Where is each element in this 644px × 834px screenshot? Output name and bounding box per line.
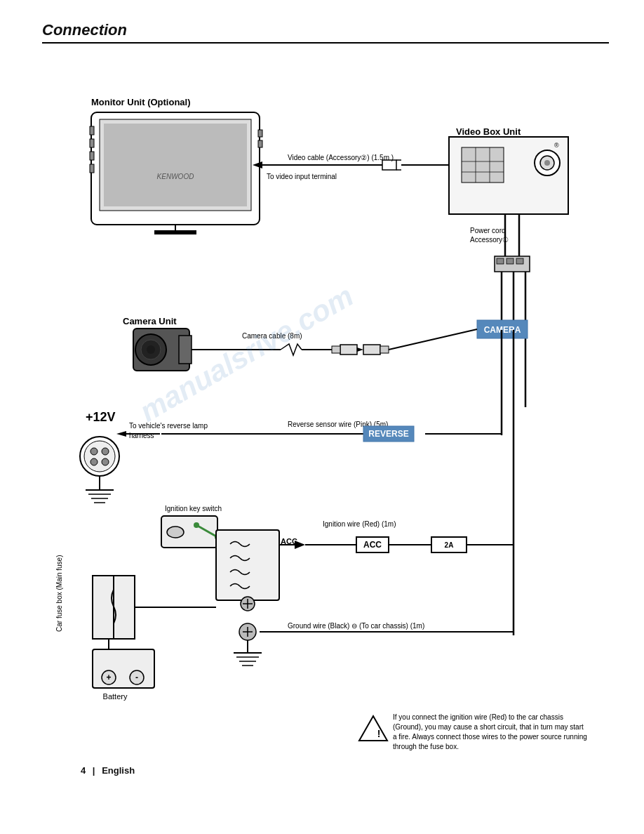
svg-text:Video cable (Accessory②) (1.5m: Video cable (Accessory②) (1.5m ) <box>288 154 394 161</box>
page: Connection manualsrive.com KENWOOD <box>0 0 644 834</box>
svg-text:Ignition wire (Red) (1m): Ignition wire (Red) (1m) <box>323 520 396 528</box>
svg-text:+: + <box>106 673 111 682</box>
svg-text:Video Box Unit: Video Box Unit <box>456 126 521 137</box>
svg-text:Ground wire (Black) ⊖ (To car : Ground wire (Black) ⊖ (To car chassis) (… <box>288 622 424 630</box>
svg-text:-: - <box>135 673 138 682</box>
page-number: 4 <box>81 765 86 776</box>
footer-separator: | <box>93 765 95 776</box>
svg-rect-53 <box>340 345 357 355</box>
svg-marker-13 <box>253 161 262 168</box>
footer: 4 | English <box>81 765 135 776</box>
svg-text:ACC: ACC <box>363 540 382 550</box>
svg-marker-61 <box>116 431 126 437</box>
svg-text:Camera cable (8m): Camera cable (8m) <box>242 332 302 340</box>
svg-text:®: ® <box>554 142 559 149</box>
svg-rect-54 <box>332 346 340 353</box>
svg-text:Power cord: Power cord <box>470 227 506 234</box>
svg-text:Ignition key switch: Ignition key switch <box>165 505 222 512</box>
svg-rect-106 <box>93 649 154 688</box>
svg-point-47 <box>147 345 155 354</box>
header-line <box>42 42 609 44</box>
svg-text:+12V: +12V <box>86 410 116 424</box>
svg-point-84 <box>167 527 184 538</box>
svg-point-66 <box>90 448 98 455</box>
svg-rect-6 <box>90 152 94 160</box>
svg-text:Car fuse box (Main fuse): Car fuse box (Main fuse) <box>55 555 63 633</box>
svg-rect-35 <box>507 258 514 264</box>
monitor-unit-label: Monitor Unit (Optional) <box>91 97 191 107</box>
svg-point-67 <box>102 448 109 455</box>
svg-point-69 <box>102 458 109 465</box>
svg-text:harness: harness <box>129 432 154 439</box>
footer-language: English <box>102 765 135 776</box>
svg-point-86 <box>194 522 199 528</box>
svg-marker-129 <box>359 716 387 741</box>
svg-rect-88 <box>216 530 279 600</box>
svg-rect-14 <box>382 160 396 170</box>
svg-text:Battery: Battery <box>103 692 128 701</box>
svg-point-65 <box>84 441 115 472</box>
svg-point-27 <box>544 160 550 166</box>
svg-rect-5 <box>90 139 94 147</box>
svg-rect-56 <box>363 345 380 355</box>
svg-rect-57 <box>380 346 389 353</box>
svg-text:KENWOOD: KENWOOD <box>157 173 194 180</box>
svg-point-68 <box>90 458 98 465</box>
svg-marker-55 <box>357 348 363 352</box>
svg-text:To vehicle's reverse lamp: To vehicle's reverse lamp <box>129 422 208 430</box>
svg-line-58 <box>389 329 477 350</box>
svg-rect-20 <box>462 147 504 183</box>
svg-rect-7 <box>90 164 94 173</box>
svg-text:REVERSE: REVERSE <box>368 429 408 439</box>
svg-rect-2 <box>104 124 247 206</box>
svg-text:2A: 2A <box>445 541 454 549</box>
svg-rect-11 <box>154 230 196 234</box>
svg-rect-36 <box>516 258 523 264</box>
svg-marker-93 <box>295 541 305 549</box>
diagram-area: KENWOOD Monitor Unit (Optional) Video <box>42 56 609 793</box>
svg-rect-4 <box>90 126 94 135</box>
svg-rect-8 <box>258 130 262 137</box>
header-title: Connection <box>42 21 609 39</box>
svg-text:Accessory①: Accessory① <box>470 236 509 244</box>
svg-text:To video input terminal: To video input terminal <box>267 173 337 180</box>
svg-rect-34 <box>497 258 504 264</box>
svg-text:!: ! <box>377 728 381 739</box>
svg-rect-48 <box>179 336 192 364</box>
svg-rect-9 <box>258 140 262 147</box>
connection-diagram: KENWOOD Monitor Unit (Optional) Video <box>42 56 609 793</box>
svg-text:Camera Unit: Camera Unit <box>123 316 177 326</box>
